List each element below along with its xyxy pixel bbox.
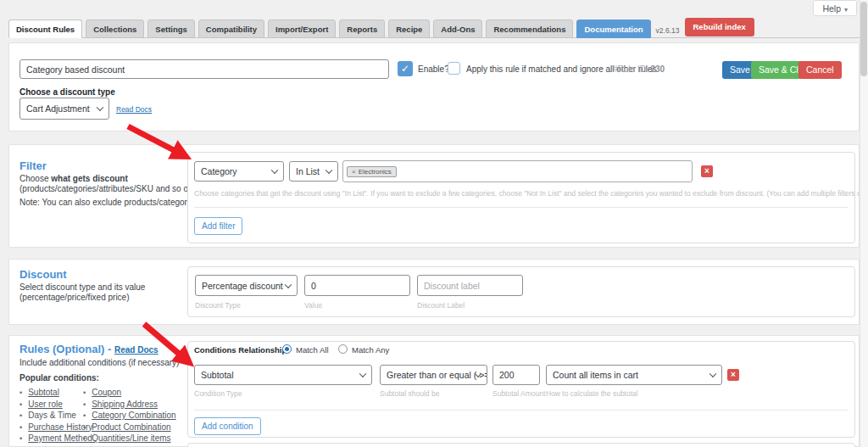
discount-label-input[interactable] <box>417 275 523 296</box>
tab-documentation[interactable]: Documentation <box>576 20 650 38</box>
add-condition-button[interactable]: Add condition <box>194 417 261 435</box>
condition-link-user-role[interactable]: User role <box>28 400 63 409</box>
filter-description-line2: (products/categories/attributes/SKU and … <box>19 184 196 193</box>
filter-description: Choose what gets discount <box>19 174 128 183</box>
discount-value-input[interactable] <box>304 275 410 296</box>
conditions-relationship-label: Conditions Relationship <box>194 345 287 355</box>
match-all-radio[interactable] <box>282 344 292 354</box>
rule-id-label: #Rule ID: <box>613 64 648 74</box>
apply-exclusive-checkbox[interactable] <box>448 62 460 75</box>
chevron-down-icon <box>326 166 332 173</box>
delete-filter-button[interactable]: × <box>701 165 713 177</box>
chevron-down-icon <box>359 370 366 377</box>
filter-operator-select[interactable]: In List <box>289 161 338 182</box>
condition-operator-value: Greater than or equal ( >= ) <box>387 370 487 380</box>
filter-operator-value: In List <box>296 166 320 176</box>
tab-add-ons[interactable]: Add-Ons <box>433 20 482 38</box>
rule-title-input[interactable] <box>19 59 389 79</box>
condition-link-coupon[interactable]: Coupon <box>92 388 121 397</box>
rules-heading-text: Rules (Optional) - <box>19 343 111 355</box>
filter-categories-input[interactable]: ×Electronics <box>342 160 693 182</box>
scrollbar-thumb[interactable] <box>860 2 867 76</box>
tab-discount-rules[interactable]: Discount Rules <box>8 20 82 38</box>
tab-bar: Discount Rules Collections Settings Comp… <box>8 18 860 38</box>
tab-recommendations[interactable]: Recommendations <box>486 20 573 38</box>
discount-heading: Discount <box>19 268 67 281</box>
condition-link-quantities[interactable]: Quantities/Line items <box>92 433 170 443</box>
condition-link-shipping-address[interactable]: Shipping Address <box>92 400 158 409</box>
discount-description-line1: Select discount type and its value <box>19 282 145 292</box>
chevron-down-icon <box>97 103 103 110</box>
rule-header-box: ✓ Enable? Apply this rule if matched and… <box>8 42 860 131</box>
divider <box>194 207 849 208</box>
popular-conditions-col2: Coupon Shipping Address Category Combina… <box>83 387 176 444</box>
caret-down-icon: ▾ <box>844 6 848 14</box>
remove-tag-icon[interactable]: × <box>352 168 356 176</box>
cancel-button[interactable]: Cancel <box>798 61 842 79</box>
discount-type-select[interactable]: Cart Adjustment <box>19 98 109 120</box>
filter-desc-prefix: Choose <box>19 174 51 183</box>
tab-settings[interactable]: Settings <box>147 20 194 38</box>
discount-type-heading: Choose a discount type <box>19 87 115 97</box>
condition-operator-col-label: Subtotal should be <box>380 389 439 398</box>
discount-description-line2: (percentage/price/fixed price) <box>19 293 130 302</box>
tab-reports[interactable]: Reports <box>339 20 385 38</box>
enable-checkbox[interactable]: ✓ <box>398 61 413 76</box>
category-tag[interactable]: ×Electronics <box>347 166 397 177</box>
condition-link-product-combination[interactable]: Product Combination <box>92 422 170 432</box>
condition-link-days-time[interactable]: Days & Time <box>28 411 76 420</box>
chevron-down-icon <box>709 370 716 377</box>
condition-link-subtotal[interactable]: Subtotal <box>28 388 59 397</box>
filter-help-text: Choose categories that get the discount … <box>194 189 847 198</box>
rules-box: Rules (Optional) - Read Docs Include add… <box>8 335 860 447</box>
read-docs-link[interactable]: Read Docs <box>116 105 152 114</box>
filter-box: Filter Choose what gets discount (produc… <box>8 144 860 248</box>
condition-type-value: Subtotal <box>201 370 234 380</box>
subtotal-calc-value: Count all items in cart <box>553 370 638 380</box>
close-icon: × <box>731 370 736 379</box>
plugin-version: v2.6.13 <box>656 26 680 35</box>
condition-amount-col-label: Subtotal Amount <box>492 389 545 398</box>
discount-box: Discount Select discount type and its va… <box>8 259 860 325</box>
discount-value-col-label: Value <box>304 301 322 310</box>
match-any-label: Match Any <box>352 345 389 355</box>
tab-import-export[interactable]: Import/Export <box>268 20 336 38</box>
tag-label: Electronics <box>359 168 392 176</box>
tab-recipe[interactable]: Recipe <box>388 20 430 38</box>
condition-calc-col-label: How to calculate the subtotal <box>546 389 638 398</box>
match-all-label: Match All <box>296 345 329 355</box>
chevron-down-icon <box>285 281 292 288</box>
tab-collections[interactable]: Collections <box>86 20 144 38</box>
next-panel-partial <box>187 443 855 447</box>
close-icon: × <box>704 166 709 176</box>
discount-type-value: Percentage discount <box>202 281 283 291</box>
delete-condition-button[interactable]: × <box>727 369 739 381</box>
help-button[interactable]: Help▾ <box>813 0 857 16</box>
discount-type-col-label: Discount Type <box>195 301 241 310</box>
discount-label-col-label: Discount Label <box>417 301 465 310</box>
check-icon: ✓ <box>401 63 409 75</box>
divider <box>194 410 849 411</box>
filter-heading: Filter <box>19 159 47 172</box>
help-label: Help <box>822 3 841 14</box>
match-any-radio[interactable] <box>338 344 348 354</box>
rule-id-value: 230 <box>650 64 665 74</box>
condition-operator-select[interactable]: Greater than or equal ( >= ) <box>380 365 487 385</box>
filter-type-value: Category <box>201 166 237 176</box>
condition-type-select[interactable]: Subtotal <box>194 365 372 385</box>
discount-type-select[interactable]: Percentage discount <box>195 275 298 296</box>
rebuild-index-button[interactable]: Rebuild index <box>685 18 754 36</box>
tab-compatibility[interactable]: Compatibility <box>198 20 264 38</box>
rule-id: #Rule ID: 230 <box>613 64 665 74</box>
condition-type-col-label: Condition Type <box>194 389 242 398</box>
condition-link-category-combination[interactable]: Category Combination <box>92 411 176 420</box>
subtotal-amount-input[interactable] <box>492 365 540 385</box>
popular-conditions-col1: Subtotal User role Days & Time Purchase … <box>19 387 92 444</box>
subtotal-calc-select[interactable]: Count all items in cart <box>546 365 722 385</box>
add-filter-button[interactable]: Add filter <box>194 217 242 235</box>
filter-type-select[interactable]: Category <box>194 161 284 182</box>
enable-label: Enable? <box>418 64 449 74</box>
rules-read-docs-link[interactable]: Read Docs <box>114 345 159 355</box>
filter-note: Note: You can also exclude products/cate… <box>19 198 200 207</box>
scrollbar-track[interactable] <box>860 0 868 447</box>
